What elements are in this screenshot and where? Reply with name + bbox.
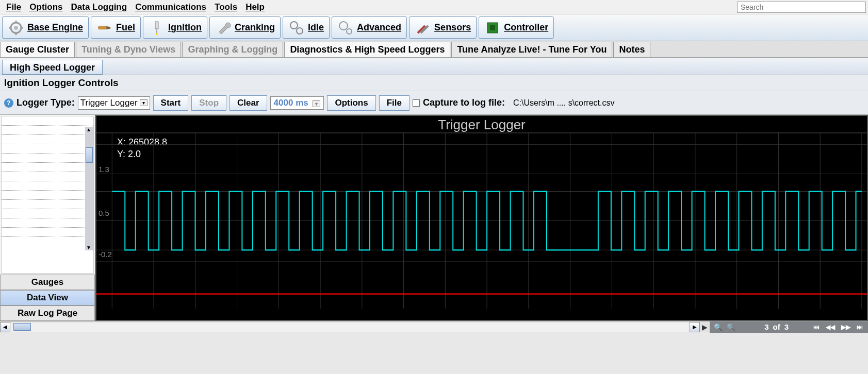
wrench-icon bbox=[215, 20, 232, 36]
menu-options[interactable]: Options bbox=[25, 1, 67, 13]
svg-rect-18 bbox=[490, 25, 495, 30]
svg-point-13 bbox=[339, 22, 348, 30]
logger-type-label: Logger Type: bbox=[17, 97, 75, 108]
tab-tuning-dyno[interactable]: Tuning & Dyno Views bbox=[76, 42, 181, 57]
chart-area[interactable]: Trigger Logger X: 265028.8 Y: 2.0 1.3 0.… bbox=[95, 115, 868, 321]
menu-help[interactable]: Help bbox=[241, 1, 269, 13]
menu-tools[interactable]: Tools bbox=[210, 1, 241, 13]
section-title: Ignition Logger Controls bbox=[0, 75, 868, 91]
toolbar-label: Cranking bbox=[235, 22, 275, 33]
tab-graphing-logging[interactable]: Graphing & Logging bbox=[182, 42, 283, 57]
gear-icon bbox=[8, 20, 24, 36]
svg-point-14 bbox=[347, 29, 352, 34]
clear-button[interactable]: Clear bbox=[230, 95, 267, 111]
chevron-down-icon[interactable]: ▾ bbox=[313, 100, 320, 107]
toolbar: Base Engine Fuel Ignition Cranking Idle … bbox=[0, 14, 868, 41]
toolbar-label: Base Engine bbox=[27, 22, 83, 33]
svg-point-1 bbox=[14, 26, 18, 30]
toolbar-fuel[interactable]: Fuel bbox=[91, 16, 141, 39]
pager-next-icon[interactable]: ▶▶ bbox=[840, 324, 851, 331]
chevron-down-icon[interactable]: ▾ bbox=[140, 99, 148, 106]
main-area: ▲ ▼ Gauges Data View Raw Log Page Trigge… bbox=[0, 115, 868, 321]
svg-point-11 bbox=[290, 22, 298, 29]
tab-diagnostics[interactable]: Diagnostics & High Speed Loggers bbox=[284, 42, 450, 57]
toolbar-label: Fuel bbox=[116, 22, 135, 33]
logger-type-value: Trigger Logger bbox=[80, 98, 138, 108]
toolbar-label: Sensors bbox=[434, 22, 471, 33]
file-button[interactable]: File bbox=[379, 95, 410, 111]
interval-display[interactable]: 4000 ms ▾ bbox=[270, 96, 324, 110]
toolbar-sensors[interactable]: Sensors bbox=[409, 16, 477, 39]
gauges-preview-pane[interactable]: ▲ ▼ bbox=[1, 116, 94, 274]
zoom-pager-bar: 🔍 🔍 3 of 3 ⏮ ◀◀ ▶▶ ⏭ bbox=[710, 321, 868, 333]
tab-notes[interactable]: Notes bbox=[613, 42, 650, 57]
sidebar-tab-data-view[interactable]: Data View bbox=[0, 290, 95, 305]
injector-icon bbox=[96, 20, 113, 36]
sidebar-tab-raw-log[interactable]: Raw Log Page bbox=[0, 305, 95, 321]
menu-communications[interactable]: Communications bbox=[131, 1, 210, 13]
menubar: File Options Data Logging Communications… bbox=[0, 0, 868, 14]
chip-icon bbox=[484, 20, 501, 36]
sidebar: ▲ ▼ Gauges Data View Raw Log Page bbox=[0, 115, 95, 321]
bottom-scrollbar: ◀ ▶ ▶ 🔍 🔍 3 of 3 ⏮ ◀◀ ▶▶ ⏭ bbox=[0, 321, 868, 332]
toolbar-label: Idle bbox=[308, 22, 324, 33]
controls-row: ? Logger Type: Trigger Logger ▾ Start St… bbox=[0, 91, 868, 115]
hscroll-right-icon[interactable]: ▶ bbox=[690, 322, 700, 332]
toolbar-cranking[interactable]: Cranking bbox=[209, 16, 281, 39]
toolbar-label: Advanced bbox=[357, 22, 401, 33]
svg-point-12 bbox=[297, 28, 303, 34]
pager-total: 3 bbox=[784, 322, 789, 331]
spark-icon bbox=[149, 20, 165, 36]
stop-button[interactable]: Stop bbox=[191, 95, 226, 111]
scrollbar-thumb[interactable] bbox=[86, 147, 93, 163]
scroll-up-icon[interactable]: ▲ bbox=[86, 127, 91, 132]
hscroll-left-icon[interactable]: ◀ bbox=[0, 322, 10, 332]
tab-tune-analyze[interactable]: Tune Analyze Live! - Tune For You bbox=[451, 42, 612, 57]
play-icon[interactable]: ▶ bbox=[700, 323, 710, 331]
search-input[interactable] bbox=[737, 2, 866, 13]
sidebar-tabs: Gauges Data View Raw Log Page bbox=[0, 275, 95, 321]
zoom-out-icon[interactable]: 🔍 bbox=[714, 323, 723, 331]
start-button[interactable]: Start bbox=[153, 95, 189, 111]
pager-last-icon[interactable]: ⏭ bbox=[856, 324, 864, 331]
toolbar-label: Controller bbox=[504, 22, 548, 33]
svg-rect-8 bbox=[155, 22, 158, 29]
capture-label: Capture to log file: bbox=[423, 97, 505, 108]
pager-first-icon[interactable]: ⏮ bbox=[812, 324, 821, 331]
svg-rect-6 bbox=[98, 26, 106, 29]
toolbar-advanced[interactable]: Advanced bbox=[332, 16, 407, 39]
cogs-icon bbox=[337, 20, 354, 36]
pager-current: 3 bbox=[764, 322, 768, 331]
toolbar-controller[interactable]: Controller bbox=[479, 16, 554, 39]
zoom-in-icon[interactable]: 🔍 bbox=[727, 323, 735, 331]
menu-data-logging[interactable]: Data Logging bbox=[67, 1, 132, 13]
tabbar: Gauge Cluster Tuning & Dyno Views Graphi… bbox=[0, 41, 868, 58]
svg-marker-7 bbox=[106, 26, 110, 29]
tab-gauge-cluster[interactable]: Gauge Cluster bbox=[0, 42, 75, 57]
capture-path: C:\Users\m .... s\correct.csv bbox=[508, 98, 614, 108]
pager-of-label: of bbox=[773, 322, 780, 331]
subtab-high-speed-logger[interactable]: High Speed Logger bbox=[2, 60, 103, 75]
svg-rect-9 bbox=[156, 29, 157, 33]
toolbar-ignition[interactable]: Ignition bbox=[143, 16, 207, 39]
toolbar-idle[interactable]: Idle bbox=[283, 16, 330, 39]
pager-prev-icon[interactable]: ◀◀ bbox=[825, 324, 836, 331]
scroll-down-icon[interactable]: ▼ bbox=[86, 245, 91, 250]
subtab-row: High Speed Logger bbox=[0, 58, 868, 75]
toolbar-label: Ignition bbox=[168, 22, 202, 33]
sidebar-tab-gauges[interactable]: Gauges bbox=[0, 275, 95, 290]
sidebar-scrollbar[interactable]: ▲ ▼ bbox=[85, 127, 93, 250]
info-icon[interactable]: ? bbox=[4, 98, 13, 108]
svg-point-10 bbox=[156, 33, 158, 35]
menu-file[interactable]: File bbox=[2, 1, 25, 13]
hscroll-thumb[interactable] bbox=[13, 323, 31, 331]
logger-type-dropdown[interactable]: Trigger Logger ▾ bbox=[78, 96, 150, 110]
gears-icon bbox=[288, 20, 305, 36]
hscroll-track[interactable] bbox=[10, 322, 690, 332]
options-button[interactable]: Options bbox=[327, 95, 375, 111]
capture-checkbox[interactable] bbox=[413, 99, 420, 107]
chart-svg bbox=[96, 116, 867, 320]
tools-icon bbox=[415, 20, 431, 36]
toolbar-base-engine[interactable]: Base Engine bbox=[2, 16, 89, 39]
